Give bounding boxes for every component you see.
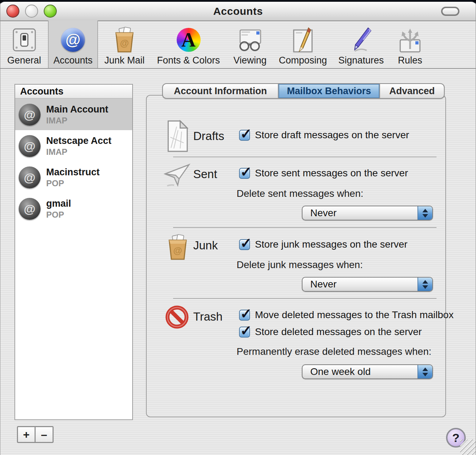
toolbar-item-fonts-colors[interactable]: A Fonts & Colors [151, 20, 226, 68]
account-type: POP [46, 210, 71, 220]
account-type: POP [46, 178, 100, 188]
toolbar-item-viewing[interactable]: Viewing [226, 20, 274, 68]
account-name: Main Account [46, 104, 108, 116]
toolbar-label: Rules [398, 55, 422, 66]
accounts-list-header: Accounts [15, 85, 132, 99]
preferences-toolbar: General @ Accounts @ Junk Mail [0, 21, 476, 69]
toolbar-item-composing[interactable]: Composing [274, 20, 332, 68]
toolbar-label: Junk Mail [104, 55, 145, 66]
store-sent-label: Store sent messages on the server [255, 168, 408, 179]
toolbar-label: Viewing [233, 55, 267, 66]
at-glyph: @ [66, 32, 81, 48]
svg-text:@: @ [173, 245, 182, 256]
preferences-window: Accounts General @ Accounts [0, 0, 476, 455]
mailbox-behaviors-panel: Drafts ✓ Store draft messages on the ser… [146, 95, 446, 417]
account-at-icon: @ [19, 198, 41, 220]
sent-section-label: Sent [193, 168, 217, 181]
account-row-netscape[interactable]: @ Netscape Acct IMAP [15, 130, 132, 162]
erase-deleted-when-label: Permanently erase deleted messages when: [237, 346, 432, 357]
move-deleted-checkbox[interactable]: ✓ [239, 310, 250, 321]
tab-advanced[interactable]: Advanced [380, 84, 444, 98]
account-name: gmail [46, 198, 71, 210]
store-drafts-checkbox[interactable]: ✓ [239, 130, 250, 141]
erase-deleted-when-popup[interactable]: One week old [302, 364, 433, 379]
store-deleted-label: Store deleted messages on the server [255, 326, 422, 338]
toolbar-label: Signatures [338, 55, 384, 66]
store-deleted-checkbox[interactable]: ✓ [239, 327, 250, 338]
account-at-icon: @ [19, 166, 41, 188]
pencil-page-icon [290, 24, 316, 55]
toolbar-item-accounts[interactable]: @ Accounts [48, 20, 98, 68]
account-row-macinstruct[interactable]: @ Macinstruct POP [15, 162, 132, 193]
tab-account-information[interactable]: Account Information [163, 84, 279, 98]
accounts-list: Accounts @ Main Account IMAP @ Netscape … [14, 84, 133, 420]
store-junk-label: Store junk messages on the server [255, 239, 408, 250]
store-drafts-label: Store draft messages on the server [255, 129, 409, 141]
toolbar-item-signatures[interactable]: Signatures [332, 20, 390, 68]
section-divider [173, 157, 437, 157]
toolbar-item-junk-mail[interactable]: @ Junk Mail [98, 20, 151, 68]
move-deleted-label: Move deleted messages to the Trash mailb… [255, 309, 453, 321]
popup-stepper-icon [417, 206, 432, 220]
trash-section-label: Trash [193, 310, 222, 323]
title-bar[interactable]: Accounts [0, 2, 476, 21]
toolbar-label: Fonts & Colors [157, 55, 220, 66]
toolbar-label: Accounts [53, 55, 92, 66]
account-at-icon: @ [19, 135, 41, 157]
at-ball-icon: @ [61, 24, 85, 55]
popup-selected-value: Never [303, 207, 417, 219]
paper-bag-icon: @ [165, 234, 190, 262]
toolbar-label: Composing [279, 55, 327, 66]
glasses-envelope-icon [237, 24, 263, 55]
store-junk-checkbox[interactable]: ✓ [239, 239, 250, 250]
toolbar-toggle-button[interactable] [441, 7, 459, 16]
toolbar-item-rules[interactable]: Rules [390, 20, 430, 68]
popup-selected-value: Never [303, 279, 417, 290]
branching-arrows-icon [397, 24, 423, 55]
account-type: IMAP [46, 116, 108, 126]
resize-grip[interactable] [460, 439, 476, 455]
account-type: IMAP [46, 147, 111, 157]
question-mark-icon: ? [452, 431, 460, 445]
tab-mailbox-behaviors[interactable]: Mailbox Behaviors [279, 84, 380, 98]
document-icon [166, 120, 189, 154]
add-account-button[interactable]: + [17, 426, 35, 443]
account-name: Macinstruct [46, 166, 100, 178]
remove-account-button[interactable]: – [35, 426, 54, 443]
popup-selected-value: One week old [303, 366, 417, 377]
rainbow-letter-a-icon: A [177, 24, 201, 55]
delete-sent-when-popup[interactable]: Never [302, 206, 433, 220]
light-switch-icon [12, 24, 37, 55]
paper-bag-icon: @ [112, 24, 137, 55]
popup-stepper-icon [417, 278, 432, 291]
junk-section-label: Junk [193, 239, 218, 252]
toolbar-label: General [7, 55, 41, 66]
store-sent-checkbox[interactable]: ✓ [239, 168, 250, 179]
svg-text:@: @ [120, 38, 129, 48]
drafts-section-label: Drafts [193, 129, 224, 143]
delete-sent-when-label: Delete sent messages when: [237, 188, 364, 199]
window-title: Accounts [0, 5, 476, 17]
paper-plane-icon [164, 163, 191, 190]
fountain-pen-icon [348, 24, 374, 55]
section-divider [173, 298, 437, 299]
section-divider [173, 227, 437, 228]
account-at-icon: @ [19, 104, 41, 126]
account-row-gmail[interactable]: @ gmail POP [15, 193, 132, 224]
tab-bar: Account Information Mailbox Behaviors Ad… [162, 83, 445, 99]
delete-junk-when-label: Delete junk messages when: [237, 259, 363, 271]
toolbar-item-general[interactable]: General [0, 20, 48, 68]
account-name: Netscape Acct [46, 135, 111, 147]
prohibition-icon [165, 305, 189, 330]
delete-junk-when-popup[interactable]: Never [302, 277, 433, 292]
account-row-main-account[interactable]: @ Main Account IMAP [15, 99, 132, 130]
popup-stepper-icon [417, 365, 432, 378]
